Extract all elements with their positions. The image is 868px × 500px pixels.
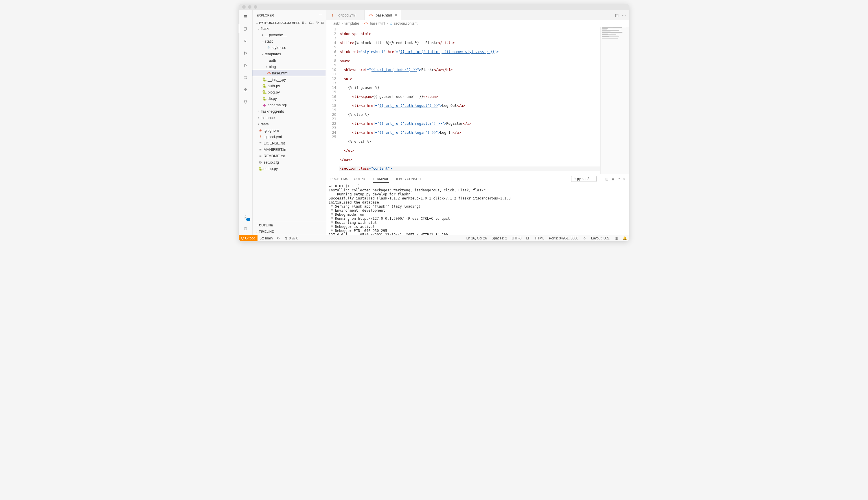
panel-tab-problems[interactable]: PROBLEMS bbox=[330, 175, 348, 182]
tree-folder-instance[interactable]: ›instance bbox=[253, 114, 326, 121]
menu-icon[interactable]: ☰ bbox=[242, 13, 249, 20]
activity-bar: ☰ 1 bbox=[239, 10, 253, 235]
status-bell-icon[interactable]: 🔔 bbox=[620, 236, 629, 240]
timeline-section[interactable]: ›TIMELINE bbox=[253, 228, 326, 235]
close-panel-icon[interactable]: × bbox=[623, 177, 625, 181]
kill-terminal-icon[interactable]: 🗑 bbox=[612, 177, 615, 181]
tree-file-readme[interactable]: ≡README.rst bbox=[253, 152, 326, 159]
tree-file-basehtml[interactable]: <>base.html bbox=[253, 70, 326, 76]
panel-tab-debug[interactable]: DEBUG CONSOLE bbox=[395, 175, 422, 182]
status-cursor-pos[interactable]: Ln 16, Col 26 bbox=[464, 236, 489, 240]
editor-body[interactable]: 1234567891011121314151617181920212223242… bbox=[326, 27, 629, 174]
status-gitpod[interactable]: ⬡Gitpod bbox=[239, 235, 258, 241]
bottom-panel: PROBLEMS OUTPUT TERMINAL DEBUG CONSOLE 1… bbox=[326, 174, 629, 235]
status-bar: ⬡Gitpod ⎇main ⟳ ⊗0 ⚠0 Ln 16, Col 26 Spac… bbox=[239, 235, 629, 241]
code-content[interactable]: <!doctype html> <title>{% block title %}… bbox=[339, 27, 600, 174]
tree-file-setupcfg[interactable]: ⚙setup.cfg bbox=[253, 159, 326, 165]
extensions-icon[interactable] bbox=[242, 86, 249, 93]
settings-gear-icon[interactable] bbox=[242, 225, 249, 232]
svg-rect-13 bbox=[246, 88, 247, 89]
split-terminal-icon[interactable]: ◫ bbox=[605, 177, 608, 181]
tree-folder-blog[interactable]: ›blog bbox=[253, 64, 326, 70]
source-control-icon[interactable] bbox=[242, 49, 249, 56]
status-eol[interactable]: LF bbox=[524, 236, 533, 240]
accounts-icon[interactable]: 1 bbox=[242, 213, 249, 220]
new-terminal-icon[interactable]: + bbox=[600, 177, 602, 181]
explorer-sidebar: EXPLORER ⋯ ⌄ PYTHON-FLASK-EXAMPLE 🗎₊ 🗀₊ … bbox=[253, 10, 326, 235]
split-editor-icon[interactable]: ◫ bbox=[615, 13, 619, 18]
project-section[interactable]: ⌄ PYTHON-FLASK-EXAMPLE 🗎₊ 🗀₊ ↻ ⊟ bbox=[253, 20, 326, 25]
more-actions-icon[interactable]: ⋯ bbox=[622, 13, 626, 18]
close-window-icon[interactable] bbox=[242, 5, 246, 9]
warning-icon: ⚠ bbox=[292, 236, 295, 240]
svg-marker-7 bbox=[245, 64, 247, 67]
sidebar-title: EXPLORER bbox=[257, 14, 274, 17]
tree-folder-flaskr[interactable]: ⌄flaskr bbox=[253, 25, 326, 32]
file-tree: ⌄flaskr ›__pycache__ ⌄static #style.css … bbox=[253, 25, 326, 222]
sync-icon: ⟳ bbox=[277, 236, 280, 240]
tree-folder-tests[interactable]: ›tests bbox=[253, 121, 326, 127]
tab-basehtml[interactable]: <>base.html× bbox=[365, 10, 401, 20]
sidebar-more-icon[interactable]: ⋯ bbox=[319, 13, 322, 17]
collapse-icon[interactable]: ⊟ bbox=[321, 21, 324, 25]
svg-line-3 bbox=[246, 42, 247, 42]
remote-icon[interactable] bbox=[242, 74, 249, 81]
editor-region: !.gitpod.yml× <>base.html× ◫ ⋯ flaskr› t… bbox=[326, 10, 629, 235]
terminal-output[interactable]: =1.0.0) (1.1.1) Installing collected pac… bbox=[326, 184, 629, 235]
status-sync[interactable]: ⟳ bbox=[275, 236, 282, 240]
tree-file-blogpy[interactable]: 🐍blog.py bbox=[253, 89, 326, 95]
minimap[interactable] bbox=[600, 27, 629, 174]
tree-file-gitignore[interactable]: ◈.gitignore bbox=[253, 127, 326, 134]
status-encoding[interactable]: UTF-8 bbox=[509, 236, 524, 240]
minimize-window-icon[interactable] bbox=[248, 5, 251, 9]
svg-point-9 bbox=[246, 78, 247, 78]
status-language[interactable]: HTML bbox=[533, 236, 547, 240]
status-layout[interactable]: Layout: U.S. bbox=[589, 236, 612, 240]
run-debug-icon[interactable] bbox=[242, 62, 249, 69]
status-problems[interactable]: ⊗0 ⚠0 bbox=[282, 236, 300, 240]
panel-tab-terminal[interactable]: TERMINAL bbox=[373, 175, 389, 183]
svg-point-15 bbox=[245, 216, 246, 217]
gitpod-icon: ⬡ bbox=[241, 236, 244, 240]
new-folder-icon[interactable]: 🗀₊ bbox=[309, 21, 314, 25]
breadcrumb[interactable]: flaskr› templates› <>base.html› ◇section… bbox=[326, 20, 629, 27]
new-file-icon[interactable]: 🗎₊ bbox=[302, 21, 307, 25]
titlebar bbox=[239, 4, 629, 10]
refresh-icon[interactable]: ↻ bbox=[316, 21, 319, 25]
status-branch[interactable]: ⎇main bbox=[258, 236, 275, 240]
tree-file-stylecss[interactable]: #style.css bbox=[253, 44, 326, 51]
yml-icon: ! bbox=[330, 13, 335, 18]
tree-folder-egginfo[interactable]: ›flaskr.egg-info bbox=[253, 108, 326, 114]
tree-folder-templates[interactable]: ⌄templates bbox=[253, 51, 326, 57]
maximize-window-icon[interactable] bbox=[254, 5, 257, 9]
terminal-select[interactable]: 1: python3 bbox=[571, 176, 597, 182]
maximize-panel-icon[interactable]: ^ bbox=[618, 177, 620, 181]
tree-file-authpy[interactable]: 🐍auth.py bbox=[253, 82, 326, 89]
search-icon[interactable] bbox=[242, 37, 249, 44]
branch-icon: ⎇ bbox=[260, 236, 264, 240]
explorer-icon[interactable] bbox=[242, 25, 249, 32]
tree-file-schema[interactable]: ◆schema.sql bbox=[253, 102, 326, 108]
tree-folder-pycache[interactable]: ›__pycache__ bbox=[253, 32, 326, 38]
svg-point-16 bbox=[245, 228, 246, 229]
tree-file-gitpodyml[interactable]: !.gitpod.yml bbox=[253, 134, 326, 140]
tab-gitpodyml[interactable]: !.gitpod.yml× bbox=[326, 10, 365, 20]
tree-file-dbpy[interactable]: 🐍db.py bbox=[253, 95, 326, 102]
svg-point-4 bbox=[244, 52, 245, 53]
github-icon[interactable] bbox=[242, 98, 249, 105]
tree-file-license[interactable]: ≡LICENSE.rst bbox=[253, 140, 326, 146]
panel-tab-output[interactable]: OUTPUT bbox=[354, 175, 367, 182]
tree-folder-auth[interactable]: ›auth bbox=[253, 57, 326, 64]
close-tab-icon[interactable]: × bbox=[395, 13, 397, 18]
tree-file-init[interactable]: 🐍__init__.py bbox=[253, 76, 326, 82]
html-icon: <> bbox=[368, 13, 373, 18]
tree-file-manifest[interactable]: ≡MANIFEST.in bbox=[253, 146, 326, 152]
status-feedback-icon[interactable]: ☺ bbox=[581, 236, 589, 240]
tree-folder-static[interactable]: ⌄static bbox=[253, 38, 326, 44]
svg-point-5 bbox=[244, 54, 245, 54]
status-layout-icon[interactable]: ◫ bbox=[612, 236, 620, 240]
outline-section[interactable]: ›OUTLINE bbox=[253, 222, 326, 228]
tree-file-setuppy[interactable]: 🐍setup.py bbox=[253, 165, 326, 172]
status-ports[interactable]: Ports: 34951, 5000 bbox=[547, 236, 580, 240]
status-spaces[interactable]: Spaces: 2 bbox=[489, 236, 509, 240]
